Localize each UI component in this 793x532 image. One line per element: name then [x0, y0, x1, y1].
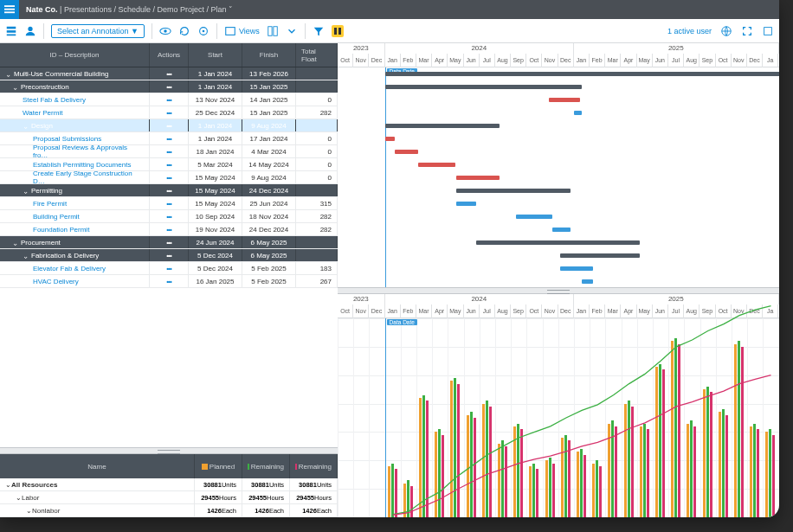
svg-rect-13 — [274, 26, 277, 35]
activity-row[interactable]: Elevator Fab & Delivery•••5 Dec 20245 Fe… — [0, 262, 338, 275]
svg-rect-2 — [4, 11, 15, 13]
menu-icon[interactable] — [0, 0, 19, 19]
activity-row[interactable]: ⌃Design•••1 Jan 20249 Aug 2024 — [0, 119, 338, 132]
active-users[interactable]: 1 active user — [667, 27, 712, 35]
expand-icon[interactable] — [741, 25, 753, 37]
layout-icon[interactable] — [267, 25, 279, 37]
svg-point-10 — [203, 29, 205, 32]
breadcrumb-item[interactable]: Demo Project — [157, 5, 204, 14]
col-actions[interactable]: Actions — [150, 43, 189, 67]
resource-row[interactable]: ⌄ All Resources30881 Units30881 Units308… — [0, 478, 338, 491]
titlebar: Nate Co. | Presentations / Schedule / De… — [0, 0, 779, 19]
col-finish[interactable]: Finish — [242, 43, 296, 67]
separator — [152, 23, 152, 39]
views-button[interactable]: Views — [224, 25, 260, 37]
highlight-icon[interactable] — [332, 25, 344, 37]
svg-rect-11 — [226, 27, 235, 35]
resource-row[interactable]: ⌄ Nonlabor1426 Each1426 Each1426 Each — [0, 504, 338, 517]
app-window: Nate Co. | Presentations / Schedule / De… — [0, 0, 779, 517]
separator — [216, 23, 217, 39]
activity-row[interactable]: Water Permit•••25 Dec 202415 Jan 2025282 — [0, 106, 338, 119]
more-icon[interactable] — [762, 25, 774, 37]
activity-row[interactable]: Create Early Stage Construction D…•••15 … — [0, 171, 338, 184]
chevron-down-icon[interactable] — [286, 25, 298, 37]
svg-rect-4 — [7, 30, 16, 33]
breadcrumb[interactable]: Nate Co. | Presentations / Schedule / De… — [26, 5, 233, 14]
left-panel: ID – Description Actions Start Finish To… — [0, 43, 338, 517]
activity-row[interactable]: Fire Permit•••15 May 202425 Jun 2024315 — [0, 197, 338, 210]
activity-row[interactable]: ⌃Multi-Use Commercial Building•••1 Jan 2… — [0, 67, 338, 80]
activity-row[interactable]: Building Permit•••10 Sep 202418 Nov 2024… — [0, 210, 338, 223]
annotation-selector[interactable]: Select an Annotation ▼ — [51, 24, 145, 38]
resource-header: Name Planned Remaining Remaining — [0, 454, 338, 478]
col-rem-b[interactable]: Remaining — [290, 454, 338, 478]
svg-point-8 — [164, 29, 167, 33]
svg-rect-5 — [7, 34, 16, 35]
separator — [305, 23, 306, 39]
gantt-timescale: 202320242025OctNovDecJanFebMarAprMayJunJ… — [338, 43, 779, 67]
svg-rect-17 — [764, 27, 772, 35]
col-float[interactable]: Total Float — [296, 43, 338, 67]
histogram-timescale: 202320242025OctNovDecJanFebMarAprMayJunJ… — [338, 294, 779, 318]
tool-ic-1[interactable] — [5, 25, 17, 37]
activity-row[interactable]: ⌃Preconstruction•••1 Jan 202415 Jan 2025 — [0, 80, 338, 93]
breadcrumb-item[interactable]: Plan — [211, 5, 227, 14]
breadcrumb-item[interactable]: Presentations — [64, 5, 112, 14]
activity-row[interactable]: ⌃Permitting•••15 May 202424 Dec 2024 — [0, 184, 338, 197]
breadcrumb-company[interactable]: Nate Co. — [26, 5, 58, 14]
breadcrumb-item[interactable]: Schedule — [118, 5, 151, 14]
col-name[interactable]: Name — [0, 454, 195, 478]
separator — [43, 23, 44, 39]
refresh-icon[interactable] — [178, 25, 190, 37]
col-rem-a[interactable]: Remaining — [242, 454, 290, 478]
tool-ic-2[interactable] — [24, 25, 36, 37]
resizer[interactable] — [338, 287, 779, 294]
gantt-chart[interactable]: Data Date — [338, 67, 779, 287]
resource-row[interactable]: ⌄ Labor29455 Hours29455 Hours29455 Hours — [0, 491, 338, 504]
activity-row[interactable]: Proposal Reviews & Approvals fro…•••18 J… — [0, 145, 338, 158]
content: ID – Description Actions Start Finish To… — [0, 43, 779, 517]
activity-row[interactable]: HVAC Delivery•••16 Jan 20255 Feb 2025267 — [0, 275, 338, 288]
activity-row[interactable]: Foundation Permit•••19 Nov 202424 Dec 20… — [0, 223, 338, 236]
globe-icon[interactable] — [720, 25, 732, 37]
right-panel: 202320242025OctNovDecJanFebMarAprMayJunJ… — [338, 43, 779, 517]
col-planned[interactable]: Planned — [195, 454, 242, 478]
svg-rect-0 — [4, 5, 15, 7]
activity-row[interactable]: ⌃Fabrication & Delivery•••5 Dec 20246 Ma… — [0, 249, 338, 262]
target-icon[interactable] — [197, 25, 210, 37]
toolbar: Select an Annotation ▼ Views 1 active us… — [0, 19, 779, 43]
resource-table[interactable]: ⌄ All Resources30881 Units30881 Units308… — [0, 478, 338, 517]
resizer[interactable] — [0, 447, 338, 454]
svg-rect-15 — [338, 28, 341, 35]
svg-rect-3 — [7, 26, 16, 29]
eye-icon[interactable] — [159, 25, 171, 37]
activity-row[interactable]: ⌃Procurement•••24 Jun 20246 May 2025 — [0, 236, 338, 249]
activity-header: ID – Description Actions Start Finish To… — [0, 43, 338, 67]
svg-point-6 — [28, 26, 32, 30]
activity-row[interactable]: Steel Fab & Delivery•••13 Nov 202414 Jan… — [0, 93, 338, 106]
resource-histogram[interactable]: 5001K1.5K2K2.5K3K3.5KData Date — [338, 318, 779, 517]
col-id[interactable]: ID – Description — [0, 43, 150, 67]
filter-icon[interactable] — [313, 25, 325, 37]
svg-rect-1 — [4, 9, 15, 10]
svg-rect-14 — [334, 28, 337, 35]
svg-rect-12 — [268, 26, 272, 35]
col-start[interactable]: Start — [189, 43, 242, 67]
activity-table[interactable]: ⌃Multi-Use Commercial Building•••1 Jan 2… — [0, 67, 338, 447]
